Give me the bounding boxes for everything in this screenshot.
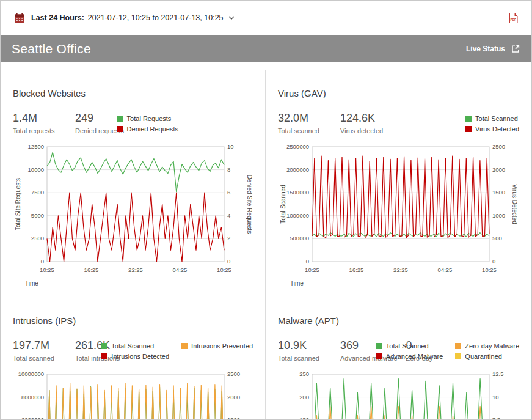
legend-label: Total Scanned — [111, 342, 154, 350]
stat-total-scanned: 10.9K Total scanned — [278, 339, 332, 362]
legend-swatch-icon — [101, 343, 107, 349]
chevron-down-icon — [228, 16, 235, 20]
svg-text:10000000: 10000000 — [18, 370, 44, 377]
svg-text:Total Site Requests: Total Site Requests — [15, 178, 21, 230]
site-header: Seattle Office Live Status — [1, 35, 531, 62]
svg-text:500: 500 — [492, 235, 502, 241]
pdf-export-button[interactable]: PDF — [509, 13, 518, 23]
svg-text:1500: 1500 — [492, 189, 505, 196]
svg-text:10:25: 10:25 — [40, 267, 54, 273]
svg-text:04:25: 04:25 — [438, 267, 453, 273]
legend-swatch-icon — [181, 343, 188, 349]
svg-text:200: 200 — [299, 394, 309, 400]
svg-text:6: 6 — [227, 189, 230, 196]
svg-text:1000000: 1000000 — [286, 212, 309, 219]
svg-text:Virus Detected: Virus Detected — [511, 184, 517, 224]
svg-text:10000: 10000 — [28, 166, 44, 173]
legend-item-total-scanned[interactable]: Total Scanned — [101, 342, 169, 350]
svg-text:2000: 2000 — [227, 394, 240, 400]
svg-text:4: 4 — [227, 212, 230, 219]
stat-total-scanned: 197.7M Total scanned — [13, 339, 67, 362]
pdf-icon: PDF — [509, 13, 518, 23]
chart-legend: Total Scanned Virus Detected — [465, 115, 519, 133]
legend-item-total-requests[interactable]: Total Requests — [117, 115, 178, 122]
live-status-button[interactable]: Live Status — [466, 44, 520, 54]
legend-swatch-icon — [101, 353, 107, 359]
svg-text:7.5: 7.5 — [492, 416, 500, 420]
svg-text:10:25: 10:25 — [305, 267, 319, 273]
page-title: Seattle Office — [12, 42, 466, 56]
svg-text:1000: 1000 — [492, 212, 505, 219]
date-range-label: Last 24 Hours: — [31, 13, 84, 22]
svg-text:1500000: 1500000 — [286, 189, 309, 196]
stat-total-requests: 1.4M Total requests — [13, 112, 67, 134]
panel-blocked-websites: Blocked Websites 1.4M Total requests 249… — [1, 70, 266, 297]
svg-text:16:25: 16:25 — [84, 267, 99, 273]
top-bar: Last 24 Hours: 2021-07-12, 10:25 to 2021… — [1, 1, 531, 35]
stat-value: 1.4M — [13, 112, 67, 125]
svg-text:500000: 500000 — [290, 235, 309, 241]
intrusions-ips-chart: 0200000040000006000000800000010000000050… — [13, 370, 252, 420]
legend-label: Quarantined — [465, 353, 502, 360]
calendar-icon[interactable] — [14, 13, 25, 23]
svg-text:7500: 7500 — [31, 189, 44, 196]
panel-title: Blocked Websites — [13, 88, 253, 98]
svg-text:5000: 5000 — [31, 212, 44, 219]
date-range-selector[interactable]: Last 24 Hours: 2021-07-12, 10:25 to 2021… — [31, 13, 235, 22]
legend-item-intrusions-detected[interactable]: Intrusions Detected — [101, 353, 169, 360]
svg-text:10:25: 10:25 — [217, 267, 231, 273]
stat-value: 10.9K — [278, 339, 332, 352]
chart-legend: Total Requests Denied Requests — [117, 115, 178, 133]
stat-label: Virus detected — [340, 127, 394, 134]
panel-malware-apt: Malware (APT) 10.9K Total scanned 369 Ad… — [266, 297, 531, 420]
legend-swatch-icon — [376, 343, 382, 349]
legend-swatch-icon — [465, 116, 472, 122]
stat-label: Total scanned — [278, 355, 332, 362]
svg-text:2500: 2500 — [492, 143, 505, 150]
external-link-icon — [511, 44, 520, 54]
stat-label: Total scanned — [13, 355, 67, 362]
legend-swatch-icon — [455, 343, 461, 349]
svg-text:10: 10 — [492, 394, 499, 400]
svg-text:2000000: 2000000 — [286, 166, 309, 173]
stat-value: 32.0M — [278, 112, 332, 125]
chart-legend: Total Scanned Intrusions Prevented Intru… — [101, 342, 253, 360]
legend-item-intrusions-prevented[interactable]: Intrusions Prevented — [181, 342, 253, 350]
svg-text:Denied Site Requests: Denied Site Requests — [246, 175, 252, 234]
legend-label: Total Scanned — [475, 115, 518, 122]
svg-text:150: 150 — [299, 416, 309, 420]
legend-item-advanced-malware[interactable]: Advanced Malware — [376, 353, 443, 360]
svg-text:Total Scanned: Total Scanned — [280, 185, 286, 223]
legend-label: Virus Detected — [475, 125, 519, 133]
malware-apt-chart: 05010015020025002.557.51012.510:2516:252… — [278, 370, 517, 420]
legend-item-total-scanned[interactable]: Total Scanned — [376, 342, 443, 350]
svg-text:10:25: 10:25 — [482, 267, 497, 273]
svg-text:04:25: 04:25 — [173, 267, 188, 273]
legend-item-quarantined[interactable]: Quarantined — [455, 353, 519, 360]
svg-text:6000000: 6000000 — [21, 416, 44, 420]
svg-text:2000: 2000 — [492, 166, 505, 173]
stat-virus-detected: 124.6K Virus detected — [340, 112, 394, 134]
chart-legend: Total Scanned Zero-day Malware Advanced … — [376, 342, 519, 360]
panel-virus-gav: Virus (GAV) 32.0M Total scanned 124.6K V… — [266, 70, 531, 297]
legend-item-total-scanned[interactable]: Total Scanned — [465, 115, 519, 122]
panel-title: Malware (APT) — [278, 315, 519, 326]
live-status-label: Live Status — [466, 45, 505, 53]
blocked-websites-chart: 025005000750010000125000246810Total Site… — [13, 143, 252, 290]
panel-intrusions-ips: Intrusions (IPS) 197.7M Total scanned 26… — [1, 297, 266, 420]
stat-label: Total requests — [13, 127, 67, 134]
svg-text:Time: Time — [290, 280, 304, 287]
stat-value: 124.6K — [340, 112, 394, 125]
legend-item-zero-day-malware[interactable]: Zero-day Malware — [455, 342, 519, 350]
legend-item-denied-requests[interactable]: Denied Requests — [117, 125, 178, 133]
date-range-value: 2021-07-12, 10:25 to 2021-07-13, 10:25 — [88, 13, 224, 22]
svg-text:10: 10 — [227, 143, 234, 150]
stat-label: Total scanned — [278, 127, 332, 134]
legend-label: Advanced Malware — [386, 353, 443, 360]
panel-title: Virus (GAV) — [278, 88, 519, 98]
svg-text:22:25: 22:25 — [128, 267, 143, 273]
dashboard-panels: Blocked Websites 1.4M Total requests 249… — [1, 70, 531, 420]
legend-item-virus-detected[interactable]: Virus Detected — [465, 125, 519, 133]
svg-text:8000000: 8000000 — [21, 394, 44, 400]
legend-label: Total Requests — [127, 115, 172, 122]
